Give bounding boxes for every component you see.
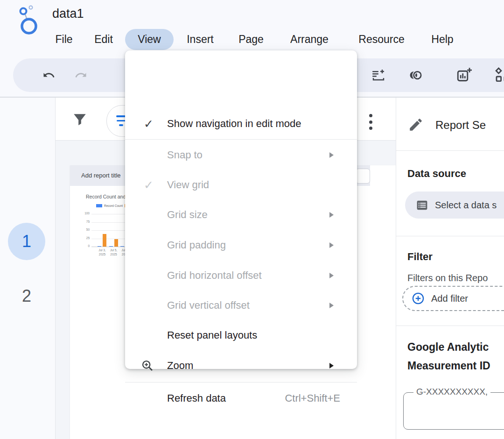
menubar-item-view[interactable]: View (125, 29, 174, 50)
menubar-item-file[interactable]: File (52, 29, 76, 50)
undo-button[interactable] (40, 67, 57, 84)
redo-icon (75, 69, 88, 82)
checkmark-icon: ✓ (144, 117, 154, 131)
add-circle-icon (412, 292, 425, 305)
menubar-item-insert[interactable]: Insert (183, 29, 217, 50)
menubar-item-resource[interactable]: Resource (353, 29, 410, 50)
looker-studio-logo (19, 4, 39, 35)
submenu-arrow-icon (329, 273, 334, 278)
legend-swatch-blue (96, 204, 102, 207)
undo-icon (42, 69, 55, 82)
ga-heading-line1: Google Analytic (407, 341, 489, 354)
measurement-id-input-label: G-XXXXXXXXXX, (413, 387, 490, 397)
submenu-arrow-icon (329, 242, 334, 248)
add-community-visualization-button[interactable] (494, 66, 504, 84)
add-data-button[interactable] (370, 67, 387, 84)
panel-header: Report Se (435, 119, 486, 132)
menu-item-grid-padding[interactable]: Grid padding (125, 230, 357, 260)
looker-studio-app: data1 File Edit View Insert Page Arrange… (0, 0, 504, 439)
menu-divider (125, 382, 357, 382)
y-tick: 75 (79, 220, 90, 223)
menu-item-view-grid[interactable]: ✓ View grid (125, 170, 357, 200)
add-data-icon (371, 68, 386, 83)
submenu-arrow-icon (329, 212, 334, 218)
pencil-icon (408, 117, 424, 133)
submenu-arrow-icon (329, 303, 334, 308)
menu-item-snap-to[interactable]: Snap to (125, 140, 357, 170)
menu-item-grid-horizontal-offset[interactable]: Grid horizontal offset (125, 261, 357, 290)
filter-subtext: Filters on this Repo (407, 273, 488, 283)
menubar-item-arrange[interactable]: Arrange (285, 29, 334, 50)
page-thumbnail-2[interactable]: 2 (8, 277, 45, 315)
menu-item-grid-vertical-offset[interactable]: Grid vertical offset (125, 290, 357, 320)
y-tick: 25 (79, 236, 90, 240)
y-tick: 50 (79, 228, 90, 231)
submenu-arrow-icon (329, 363, 334, 368)
community-visualization-icon (495, 67, 504, 83)
measurement-id-input[interactable] (403, 392, 504, 430)
data-source-heading: Data source (407, 168, 466, 180)
menubar-item-help[interactable]: Help (428, 29, 456, 50)
y-tick: 100 (79, 212, 90, 215)
add-chart-icon (456, 67, 472, 83)
checkmark-icon: ✓ (144, 178, 154, 192)
menu-item-grid-size[interactable]: Grid size (125, 200, 357, 230)
redo-button[interactable] (73, 67, 90, 84)
blend-icon (408, 68, 423, 82)
blend-data-button[interactable] (407, 68, 423, 83)
report-title[interactable]: data1 (52, 7, 84, 21)
menubar-item-edit[interactable]: Edit (92, 29, 115, 50)
add-filter-button[interactable]: Add filter (402, 286, 504, 311)
ga-heading-line2: Measurement ID (407, 360, 490, 372)
menu-item-show-navigation[interactable]: ✓ Show navigation in edit mode (125, 109, 357, 139)
chart-title: Record Count and C (86, 194, 131, 199)
properties-panel: Report Se Data source Select a data s Fi… (396, 98, 504, 439)
more-options-menu[interactable] (369, 114, 373, 130)
view-menu-dropdown: ✓ Show navigation in edit mode Snap to ✓… (125, 50, 357, 369)
report-title-handle[interactable] (356, 169, 370, 184)
page-thumbnail-1[interactable]: 1 (8, 223, 45, 260)
keyboard-shortcut: Ctrl+Shift+E (285, 392, 340, 404)
filter-heading: Filter (407, 251, 433, 263)
menu-divider (125, 139, 357, 140)
menu-item-zoom[interactable]: Zoom (125, 351, 357, 381)
menubar-item-page[interactable]: Page (236, 29, 266, 50)
page-navigation: 1 2 (0, 98, 55, 439)
filter-funnel-icon[interactable] (72, 112, 88, 128)
menu-item-reset-panel-layouts[interactable]: Reset panel layouts (125, 320, 357, 350)
submenu-arrow-icon (329, 152, 334, 158)
zoom-in-icon (141, 359, 154, 372)
add-chart-button[interactable] (455, 66, 473, 84)
select-data-source-button[interactable]: Select a data s (405, 191, 504, 219)
menu-item-refresh-data[interactable]: Refresh data Ctrl+Shift+E (125, 383, 357, 414)
y-tick: 0 (79, 244, 90, 248)
data-source-icon (415, 198, 429, 212)
